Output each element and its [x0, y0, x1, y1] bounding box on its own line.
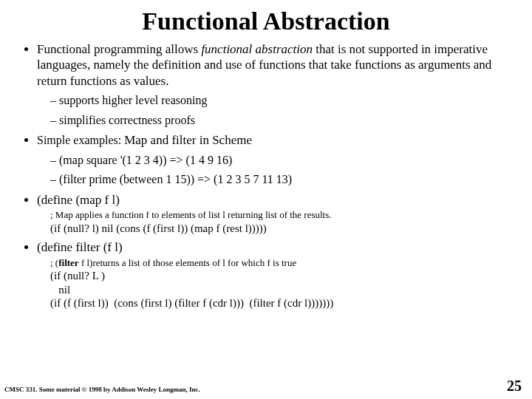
- bullet4-c4: (if (f (first l)) (cons (first l) (filte…: [50, 296, 511, 310]
- bullet4-c1-bold: filter: [58, 257, 78, 268]
- bullet4-c1-post: f l)returns a list of those elements of …: [79, 257, 297, 268]
- bullet2-sublist: (map square '(1 2 3 4)) => (1 4 9 16) (f…: [37, 153, 511, 188]
- footer-text: CMSC 331. Some material © 1998 by Addiso…: [4, 386, 200, 393]
- bullet4-head: (define filter (f l): [37, 240, 123, 254]
- bullet1-pre: Functional programming allows: [37, 42, 201, 56]
- bullet1-em: functional abstraction: [201, 42, 313, 56]
- bullet2-sub1: (map square '(1 2 3 4)) => (1 4 9 16): [50, 153, 511, 168]
- bullet3-code: ; Map applies a function f to elements o…: [50, 209, 511, 235]
- bullet-define-map: (define (map f l) ; Map applies a functi…: [37, 192, 511, 235]
- slide-title: Functional Abstraction: [21, 7, 511, 35]
- bullet2-main: Map and filter in Scheme: [124, 133, 252, 147]
- bullet1-sub1: supports higher level reasoning: [50, 93, 511, 109]
- bullet-simple-examples: Simple examples: Map and filter in Schem…: [37, 132, 511, 188]
- bullet-define-filter: (define filter (f l) ; (filter f l)retur…: [37, 239, 511, 310]
- bullet4-c2: (if (null? L ): [50, 269, 511, 283]
- bullet3-head: (define (map f l): [37, 193, 120, 207]
- bullet4-c1: ; (filter f l)returns a list of those el…: [50, 257, 511, 269]
- bullet4-c3: nil: [50, 283, 511, 297]
- bullet4-c1-pre: ; (: [50, 257, 58, 268]
- page-number: 25: [507, 378, 522, 395]
- bullet3-c2: (if (null? l) nil (cons (f (first l)) (m…: [50, 222, 511, 236]
- bullet1-sublist: supports higher level reasoning simplifi…: [37, 93, 511, 129]
- bullet2-prefix: Simple examples:: [37, 134, 124, 146]
- bullet3-c1: ; Map applies a function f to elements o…: [50, 209, 511, 221]
- bullet2-sub2: (filter prime (between 1 15)) => (1 2 3 …: [50, 172, 511, 188]
- bullet-list: Functional programming allows functional…: [21, 41, 511, 310]
- bullet1-sub2: simplifies correctness proofs: [50, 113, 511, 129]
- bullet-functional-abstraction: Functional programming allows functional…: [37, 41, 511, 128]
- slide: Functional Abstraction Functional progra…: [0, 0, 532, 399]
- bullet4-code: ; (filter f l)returns a list of those el…: [50, 257, 511, 311]
